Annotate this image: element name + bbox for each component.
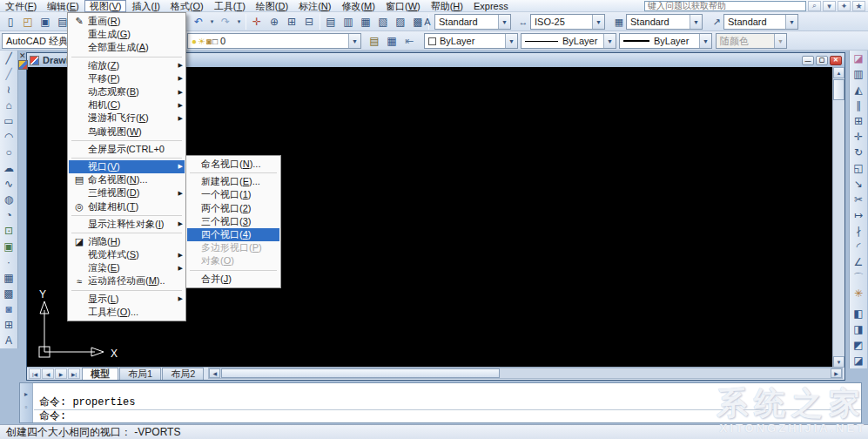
designcenter-icon[interactable]: ▥: [340, 14, 357, 30]
ellipse-arc-icon[interactable]: ◔: [1, 207, 17, 223]
submenu-item-2-viewports[interactable]: 两个视口(2): [187, 202, 279, 215]
menu-item-visual-styles[interactable]: 视觉样式(S) ▶: [69, 248, 185, 261]
layer-combo[interactable]: ●☀◙□ 0 ▼: [187, 33, 361, 49]
fillet-icon[interactable]: ⌒: [851, 270, 867, 286]
spline-icon[interactable]: ∿: [1, 176, 17, 192]
horizontal-scrollbar[interactable]: ◀ ▶: [208, 368, 843, 379]
extend-icon[interactable]: ↦: [851, 207, 867, 223]
restore-button[interactable]: ▢: [816, 56, 828, 65]
tab-layout1[interactable]: 布局1: [119, 368, 161, 380]
menu-item-toolbars[interactable]: 工具栏(O)...: [69, 306, 185, 319]
scrollbar-thumb[interactable]: [833, 79, 844, 100]
submenu-item-1-viewport[interactable]: 一个视口(1): [187, 188, 279, 201]
send-to-back-icon[interactable]: ◨: [851, 321, 867, 337]
explode-icon[interactable]: ✳: [851, 286, 867, 301]
favorites-icon[interactable]: ★: [852, 1, 865, 11]
menu-item-orbit[interactable]: 动态观察(B) ▶: [69, 85, 185, 98]
menu-item-named-views[interactable]: ▤ 命名视图(N)...: [69, 173, 185, 186]
dim-style-combo[interactable]: ISO-25 ▼: [530, 14, 605, 30]
submenu-item-4-viewports[interactable]: 四个视口(4): [187, 228, 279, 241]
region-icon[interactable]: ◙: [1, 301, 17, 317]
close-button[interactable]: ✕: [830, 56, 842, 65]
color-combo[interactable]: ByLayer ▼: [424, 33, 518, 49]
close-icon[interactable]: ✕: [19, 51, 26, 60]
zoom-window-icon[interactable]: ⊞: [283, 14, 300, 30]
lineweight-combo[interactable]: ByLayer ▼: [619, 33, 712, 49]
new-file-icon[interactable]: ▯: [2, 14, 19, 30]
tab-nav-first-icon[interactable]: |◀: [29, 368, 41, 379]
layer-freeze-sun-icon[interactable]: ☀: [198, 37, 205, 46]
menu-item-walk-fly[interactable]: 漫游和飞行(K) ▶: [69, 111, 185, 125]
bring-to-front-icon[interactable]: ◧: [851, 306, 867, 321]
make-block-icon[interactable]: ▣: [1, 239, 17, 254]
tab-nav-last-icon[interactable]: ▶|: [68, 368, 80, 379]
save-icon[interactable]: ▣: [37, 14, 54, 30]
chevron-down-icon[interactable]: ▼: [505, 34, 517, 48]
menu-edit[interactable]: 编辑(E): [42, 0, 84, 12]
menu-help[interactable]: 帮助(H): [426, 0, 468, 12]
table-icon[interactable]: ⊞: [1, 317, 17, 333]
redo-icon[interactable]: ↷: [217, 14, 234, 30]
submenu-item-3-viewports[interactable]: 三个视口(3): [187, 215, 279, 228]
scale-icon[interactable]: ◱: [851, 160, 867, 176]
line-icon[interactable]: ╱: [1, 51, 17, 66]
menu-item-create-camera[interactable]: ◎ 创建相机(T): [69, 199, 185, 213]
markup-set-manager-icon[interactable]: ▨: [392, 14, 409, 30]
tab-layout2[interactable]: 布局2: [162, 368, 204, 380]
layer-lock-icon[interactable]: ◙: [206, 37, 212, 46]
chevron-down-icon[interactable]: ▼: [699, 34, 711, 48]
undo-dropdown-icon[interactable]: ▾: [207, 14, 217, 30]
zoom-realtime-icon[interactable]: ⊕: [266, 14, 283, 30]
scroll-up-icon[interactable]: ▲: [833, 67, 844, 78]
hatch-icon[interactable]: ▦: [1, 270, 17, 286]
submenu-item-named-viewports[interactable]: 命名视口(N)...: [187, 158, 279, 171]
minimize-button[interactable]: —: [802, 56, 814, 65]
copy-icon[interactable]: ▥: [851, 66, 867, 82]
construction-line-icon[interactable]: ╱: [1, 66, 17, 82]
help-search-input[interactable]: [644, 1, 806, 11]
chevron-down-icon[interactable]: ▼: [785, 15, 797, 29]
menu-file[interactable]: 文件(F): [0, 0, 42, 12]
undo-icon[interactable]: ↶: [190, 14, 207, 30]
move-icon[interactable]: ✛: [851, 129, 867, 145]
mirror-icon[interactable]: ◭: [851, 82, 867, 98]
menu-item-redraw[interactable]: ✎ 重画(R): [69, 15, 185, 28]
properties-palette-icon[interactable]: ▤: [322, 14, 340, 30]
submenu-item-new-viewports[interactable]: 新建视口(E)...: [187, 175, 279, 188]
ellipse-icon[interactable]: ◍: [1, 192, 17, 207]
tab-model[interactable]: 模型: [82, 368, 118, 380]
revision-cloud-icon[interactable]: ☁: [1, 160, 17, 176]
sheet-set-manager-icon[interactable]: ▧: [374, 14, 392, 30]
rectangle-icon[interactable]: ▭: [1, 113, 17, 129]
command-text-area[interactable]: 命令: properties 命令:: [34, 383, 861, 422]
menu-item-display[interactable]: 显示(L) ▶: [69, 293, 185, 306]
menu-view[interactable]: 视图(V): [84, 0, 127, 12]
command-window-grip[interactable]: ▸▫: [20, 383, 33, 422]
insert-block-icon[interactable]: ⊡: [1, 223, 17, 239]
menu-item-regen-all[interactable]: 全部重生成(A): [69, 41, 185, 54]
submenu-item-join[interactable]: 合并(J): [187, 273, 279, 286]
vertical-scrollbar[interactable]: ▲ ▼: [832, 67, 844, 368]
open-file-icon[interactable]: ◰: [19, 14, 37, 30]
tab-nav-prev-icon[interactable]: ◀: [42, 368, 54, 379]
menu-dimension[interactable]: 标注(N): [293, 0, 336, 12]
command-prompt[interactable]: 命令:: [34, 409, 861, 423]
search-icon[interactable]: ⌕: [808, 1, 821, 11]
rotate-icon[interactable]: ↻: [851, 145, 867, 160]
layer-previous-icon[interactable]: ⇤: [400, 33, 418, 49]
menu-item-aerial-view[interactable]: 鸟瞰视图(W): [69, 125, 185, 138]
tab-nav-next-icon[interactable]: ▶: [55, 368, 67, 379]
submenu-item-object[interactable]: 对象(O): [187, 254, 279, 267]
chevron-down-icon[interactable]: ▼: [603, 34, 616, 48]
layer-on-bulb-icon[interactable]: ●: [192, 37, 197, 46]
erase-icon[interactable]: ◪: [851, 51, 867, 66]
menu-format[interactable]: 格式(O): [165, 0, 209, 12]
scroll-right-icon[interactable]: ▶: [831, 368, 842, 378]
scrollbar-thumb[interactable]: [221, 368, 500, 378]
menu-express[interactable]: Express: [468, 0, 514, 12]
stretch-icon[interactable]: ↘: [851, 176, 867, 192]
chevron-down-icon[interactable]: ▼: [592, 15, 604, 29]
circle-icon[interactable]: ○: [1, 145, 17, 160]
communication-center-icon[interactable]: ✦: [838, 1, 851, 11]
layer-states-icon[interactable]: ▦: [383, 33, 400, 49]
